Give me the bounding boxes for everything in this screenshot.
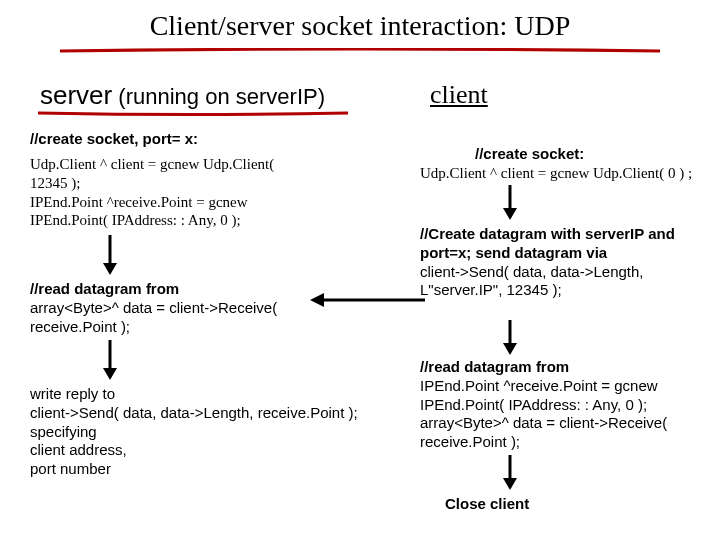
server-running: (running on serverIP) (112, 84, 325, 109)
client-create-block: //create socket: Udp.Client ^ client = g… (420, 145, 710, 183)
server-endpoint-line: IPEnd.Point ^receive.Point = gcnew IPEnd… (30, 193, 315, 231)
svg-marker-5 (503, 208, 517, 220)
server-write-label: write reply to (30, 385, 115, 402)
client-read-endpoint: IPEnd.Point ^receive.Point = gcnew IPEnd… (420, 377, 710, 415)
arrow-icon (500, 185, 520, 220)
client-create-code: Udp.Client ^ client = gcnew Udp.Client( … (420, 164, 710, 183)
server-read-code: array<Byte>^ data = client->Receive( rec… (30, 299, 310, 337)
arrow-icon (100, 235, 120, 275)
server-read-block: //read datagram from array<Byte>^ data =… (30, 280, 310, 336)
client-close-label: Close client (445, 495, 529, 514)
server-word: server (40, 80, 112, 110)
server-write-code: client->Send( data, data->Length, receiv… (30, 404, 358, 421)
svg-marker-9 (503, 478, 517, 490)
arrow-icon (500, 455, 520, 490)
svg-marker-11 (310, 293, 324, 307)
arrow-icon (310, 290, 425, 310)
server-read-label: //read datagram from (30, 280, 310, 299)
title-underline (60, 48, 660, 54)
client-send-block: //Create datagram with serverIP and port… (420, 225, 710, 300)
client-create-label: //create socket: (420, 145, 710, 164)
server-write-block: write reply to client->Send( data, data-… (30, 385, 400, 479)
svg-marker-7 (503, 343, 517, 355)
client-read-block: //read datagram from IPEnd.Point ^receiv… (420, 358, 710, 452)
slide-title: Client/server socket interaction: UDP (0, 10, 720, 42)
server-header: server (running on serverIP) (40, 80, 325, 111)
arrow-icon (500, 320, 520, 355)
arrow-icon (100, 340, 120, 380)
client-send-label: //Create datagram with serverIP and port… (420, 225, 710, 263)
client-header: client (430, 80, 488, 110)
svg-marker-1 (103, 263, 117, 275)
server-underline (38, 110, 348, 116)
server-create-socket-label: //create socket, port= x: (30, 130, 330, 149)
server-create-socket-code: Udp.Client ^ client = gcnew Udp.Client( … (30, 155, 315, 230)
client-read-label: //read datagram from (420, 358, 710, 377)
client-send-code: client->Send( data, data->Length, L"serv… (420, 263, 710, 301)
server-write-note: specifying client address, port number (30, 423, 400, 479)
server-udpclient-line: Udp.Client ^ client = gcnew Udp.Client( … (30, 155, 315, 193)
client-read-receive: array<Byte>^ data = client->Receive( rec… (420, 414, 710, 452)
svg-marker-3 (103, 368, 117, 380)
